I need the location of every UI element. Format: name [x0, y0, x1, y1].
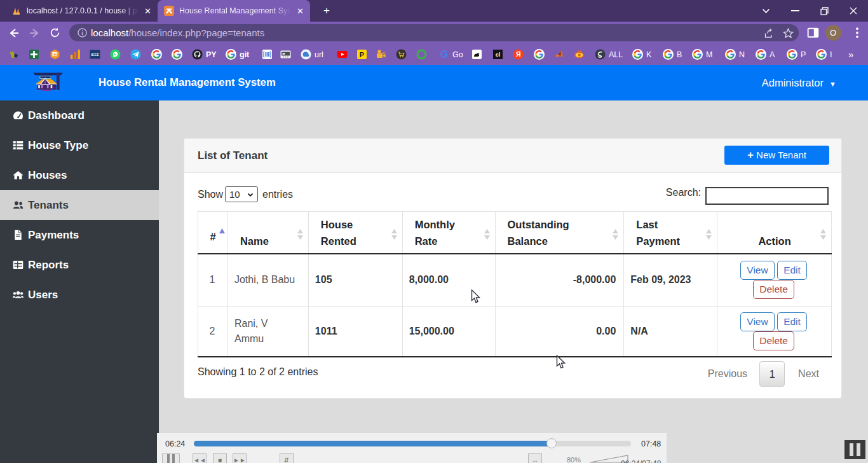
- svg-text:P: P: [360, 51, 364, 59]
- svg-text:IEEE: IEEE: [91, 53, 99, 57]
- svg-text:cl: cl: [496, 52, 501, 58]
- svg-text:Я: Я: [516, 50, 521, 58]
